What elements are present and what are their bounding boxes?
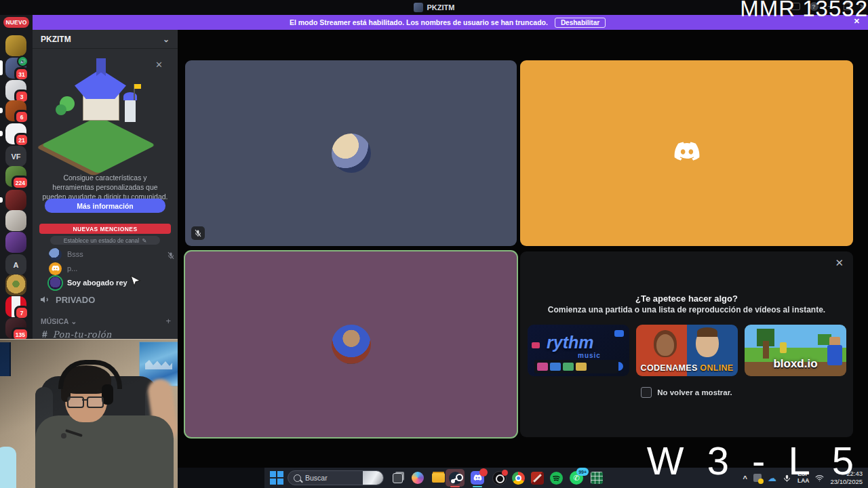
channel-status-button[interactable]: Establece un estado de canal ✎ xyxy=(50,236,160,245)
score-overlay-text: W 3 - L 5 xyxy=(647,438,860,483)
dont-show-again[interactable]: No volver a mostrar. xyxy=(520,387,853,398)
banner-message: El modo Streamer está habilitado. Los no… xyxy=(290,18,548,26)
mouse-cursor xyxy=(129,275,141,291)
server-icon-2[interactable]: 3 xyxy=(5,80,26,101)
rythm-screenshot xyxy=(534,360,618,373)
community-illustration xyxy=(54,57,156,159)
spotify-icon[interactable] xyxy=(548,470,564,486)
hash-icon: # xyxy=(42,329,47,340)
unread-dot xyxy=(0,108,3,113)
obs-icon[interactable] xyxy=(491,470,507,486)
title-bar: PKZITM ? ✕ xyxy=(0,0,868,15)
popup-close-icon[interactable]: ✕ xyxy=(835,257,844,269)
copilot-icon[interactable] xyxy=(410,470,426,486)
channel-pon-tu-rolon[interactable]: # Pon-tu-rolón xyxy=(42,329,112,340)
server-icon-4[interactable]: 21 xyxy=(5,123,26,144)
server-icon-peru[interactable]: 7 xyxy=(5,296,26,317)
discord-notification-badge xyxy=(479,468,488,476)
activity-card-bloxd[interactable]: bloxd.io xyxy=(745,325,846,376)
checkbox[interactable] xyxy=(641,387,652,398)
discord-logo-icon xyxy=(673,141,701,165)
whatsapp-icon[interactable]: ✆ 99+ xyxy=(568,470,585,486)
mic-muted-icon xyxy=(191,226,205,240)
chevron-down-icon: ⌄ xyxy=(163,35,170,44)
avatar-speaking xyxy=(49,277,62,289)
server-icon-vf[interactable]: VF xyxy=(5,146,26,167)
promo-text: Consigue características y herramientas … xyxy=(42,173,168,202)
activity-card-codenames[interactable]: CODENAMES ONLINE xyxy=(636,325,738,376)
spreadsheet-icon[interactable] xyxy=(589,470,605,486)
server-favicon xyxy=(414,3,423,12)
mention-badge: 6 xyxy=(14,110,29,124)
participant-tile-2[interactable] xyxy=(520,60,853,246)
participant-tile-3-speaking[interactable] xyxy=(185,251,517,437)
voice-user-bsss[interactable]: Bsss xyxy=(49,248,175,260)
mention-badge: 21 xyxy=(14,133,29,147)
channel-privado[interactable]: PRIVADO xyxy=(39,294,95,305)
server-icon-a[interactable]: A xyxy=(5,254,26,275)
voice-stage: ✕ ¿Te apetece hacer algo? Comienza una p… xyxy=(178,30,868,468)
server-icon-gold[interactable] xyxy=(5,35,26,56)
add-channel-icon[interactable]: + xyxy=(165,316,171,326)
server-icon-active[interactable]: 🔊 31 xyxy=(5,58,26,79)
search-icon xyxy=(294,474,301,482)
file-explorer-icon[interactable] xyxy=(430,470,446,486)
server-icon-3[interactable]: 6 xyxy=(5,100,26,121)
participant-avatar xyxy=(332,325,371,364)
participant-tile-1[interactable] xyxy=(185,60,517,246)
server-icon-8[interactable] xyxy=(5,232,26,253)
search-highlight-image xyxy=(363,470,383,485)
promo-close-icon[interactable]: ✕ xyxy=(155,60,163,70)
unread-dot xyxy=(0,131,3,136)
start-button[interactable] xyxy=(269,470,285,486)
pencil-icon: ✎ xyxy=(142,237,146,244)
voice-user-soy-abogado-rey[interactable]: Soy abogado rey xyxy=(49,277,175,289)
task-view-button[interactable] xyxy=(389,470,406,486)
activity-card-rythm[interactable]: rythm music xyxy=(528,325,629,376)
mention-badge: 224 xyxy=(12,176,29,190)
avatar xyxy=(49,248,62,261)
taskbar-search[interactable]: Buscar xyxy=(288,470,384,485)
disable-streamer-button[interactable]: Deshabilitar xyxy=(555,18,606,28)
discord-taskbar-icon[interactable] xyxy=(469,470,486,486)
category-musica[interactable]: MÚSICA ⌄ + xyxy=(41,316,171,326)
webcam-overlay xyxy=(0,339,178,488)
chevron-down-icon: ⌄ xyxy=(71,317,77,325)
avatar xyxy=(49,262,62,275)
more-info-button[interactable]: Más información xyxy=(45,199,165,213)
steam-icon[interactable] xyxy=(447,470,463,486)
participant-avatar xyxy=(332,134,371,173)
whatsapp-badge: 99+ xyxy=(576,468,589,476)
heart-icon xyxy=(532,342,540,348)
server-icon-eye[interactable] xyxy=(5,274,26,296)
server-icon-9[interactable]: 135 xyxy=(5,318,26,339)
new-mentions-button[interactable]: NUEVAS MENCIONES xyxy=(39,224,171,234)
mention-badge: 31 xyxy=(14,67,29,81)
mic-muted-icon xyxy=(167,250,175,258)
chrome-icon[interactable] xyxy=(510,470,526,486)
window-title: PKZITM xyxy=(427,3,455,12)
popup-title: ¿Te apetece hacer algo? xyxy=(520,293,853,304)
mmr-overlay-text: MMR 13532 xyxy=(740,0,868,22)
nuevo-badge: NUEVO xyxy=(3,17,29,28)
dota2-icon[interactable] xyxy=(529,470,545,486)
unread-dot xyxy=(0,197,3,203)
server-icon-6[interactable] xyxy=(5,190,26,211)
speaker-icon xyxy=(39,294,50,305)
active-server-indicator xyxy=(0,60,3,75)
voice-user-p[interactable]: p... xyxy=(49,262,175,274)
server-icon-7[interactable] xyxy=(5,210,26,231)
popup-subtitle: Comienza una partida o una lista de repr… xyxy=(520,305,853,314)
play-icon xyxy=(614,330,624,337)
activity-popup: ✕ ¿Te apetece hacer algo? Comienza una p… xyxy=(520,251,853,437)
screen: PKZITM ? ✕ El modo Streamer está habilit… xyxy=(0,0,868,488)
voice-activity-badge: 🔊 xyxy=(17,56,28,67)
server-header[interactable]: PKZITM ⌄ xyxy=(33,30,178,49)
server-icon-5[interactable]: 224 xyxy=(5,166,26,187)
